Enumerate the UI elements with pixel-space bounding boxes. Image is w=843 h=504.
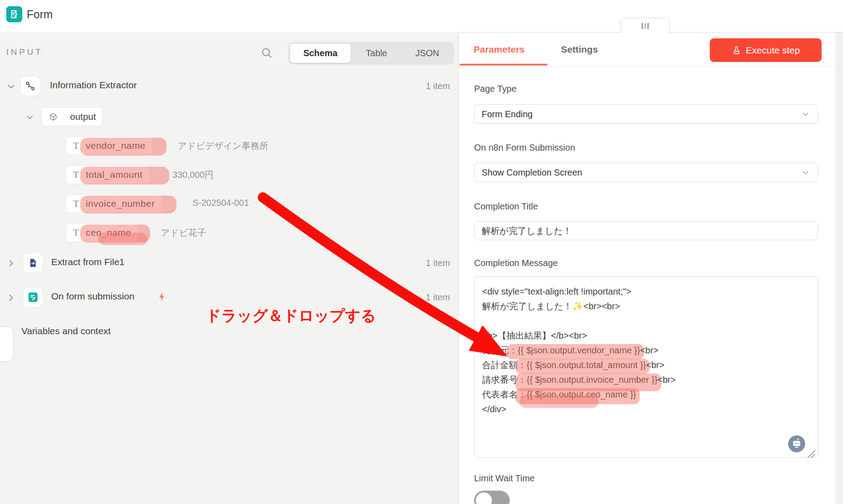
execute-step-label: Execute step <box>746 45 800 56</box>
chevron-down-icon <box>801 168 810 177</box>
trigger-bolt-icon <box>157 291 168 302</box>
expression-highlight: ：{{ $json.output.vendor_name }} <box>509 345 640 355</box>
field-name: invoice_number <box>85 198 156 209</box>
ask-ai-robot-button[interactable] <box>788 435 805 452</box>
search-icon[interactable] <box>260 46 274 60</box>
chevron-down-icon[interactable] <box>25 112 35 122</box>
resize-handle[interactable] <box>805 448 817 459</box>
page-type-label: Page Type <box>474 84 516 94</box>
tab-parameters[interactable]: Parameters <box>474 44 524 55</box>
field-pill-total-amount[interactable]: T total_amount <box>66 165 150 184</box>
field-name: vendor_name <box>85 140 146 151</box>
code-line: 請求番号：{{ $json.output.invoice_number }}<b… <box>482 373 811 387</box>
field-value: S-202504-001 <box>192 198 249 208</box>
tab-settings[interactable]: Settings <box>561 44 598 55</box>
section-variables-and-context[interactable]: Variables and context <box>21 326 110 336</box>
tab-json[interactable]: JSON <box>402 44 452 63</box>
flask-icon <box>732 45 741 55</box>
information-extractor-icon <box>20 76 40 96</box>
input-panel-label: INPUT <box>6 47 43 57</box>
extract-from-file-icon <box>23 253 43 273</box>
expression-highlight: ：{{ $json.output.invoice_number }} <box>518 375 658 385</box>
form-node-icon <box>6 6 22 22</box>
completion-title-input[interactable]: 解析が完了しました！ <box>474 221 818 240</box>
completion-message-label: Completion Message <box>474 258 558 268</box>
active-tab-underline <box>459 64 548 66</box>
field-value: アドビ花子 <box>161 227 206 239</box>
string-type-icon: T <box>73 140 79 152</box>
expression-highlight: ：{{ $json.output.total_amount }} <box>518 360 646 370</box>
field-value: アドビデザイン事務所 <box>178 140 268 152</box>
window-header: Form <box>0 0 843 32</box>
on-submission-select[interactable]: Show Completion Screen <box>474 163 818 182</box>
code-line: 解析が完了しました！✨<br><br> <box>482 299 811 314</box>
code-line: <div style="text-align:left !important;"… <box>482 284 811 299</box>
page-type-value: Form Ending <box>482 109 533 119</box>
robot-icon <box>791 438 802 450</box>
limit-wait-time-toggle[interactable] <box>474 491 510 504</box>
on-submission-label: On n8n Form Submission <box>474 143 575 153</box>
on-submission-value: Show Completion Screen <box>482 168 582 178</box>
collapsed-edge-chip[interactable] <box>0 327 13 361</box>
limit-wait-time-label: Limit Wait Time <box>474 473 535 484</box>
code-line: </div> <box>482 402 811 417</box>
code-line: 代表者名：{{ $json.output.ceo_name }} <box>482 387 811 402</box>
node-label-on-form-submission[interactable]: On form submission <box>51 291 135 302</box>
chevron-right-icon[interactable] <box>6 292 16 303</box>
field-name: ceo_name <box>85 227 132 238</box>
item-count: 1 item <box>401 81 450 91</box>
tabbar-divider <box>458 66 835 66</box>
chevron-right-icon[interactable] <box>6 258 16 269</box>
completion-message-textarea[interactable]: <div style="text-align:left !important;"… <box>474 276 818 458</box>
field-name: total_amount <box>85 169 143 180</box>
page-type-select[interactable]: Form Ending <box>474 104 818 124</box>
toggle-knob <box>476 492 492 504</box>
on-form-submission-icon <box>23 287 43 307</box>
parameters-panel: Parameters Settings Execute step Page Ty… <box>458 32 843 504</box>
code-line: <b>【抽出結果】</b><br> <box>482 328 811 343</box>
item-count: 1 item <box>401 258 450 268</box>
string-type-icon: T <box>73 198 79 209</box>
item-count: 1 item <box>401 292 450 303</box>
field-pill-vendor-name[interactable]: T vendor_name <box>66 136 153 155</box>
form-pencil-icon <box>9 9 20 20</box>
string-type-icon: T <box>73 227 79 238</box>
code-line <box>482 314 811 328</box>
tab-table[interactable]: Table <box>352 44 401 63</box>
field-value: 330,000円 <box>172 169 213 181</box>
node-label-extract-from-file[interactable]: Extract from File1 <box>51 257 125 267</box>
cube-icon <box>49 112 58 122</box>
expression-highlight: ：{{ $json.output.ceo_name }} <box>518 389 636 399</box>
completion-title-value: 解析が完了しました！ <box>482 225 572 237</box>
code-line: 発行元：{{ $json.output.vendor_name }}<br> <box>482 343 811 358</box>
input-panel: INPUT Schema Table JSON Information Extr… <box>0 32 458 504</box>
panel-scrollbar[interactable] <box>835 33 843 504</box>
string-type-icon: T <box>73 169 79 180</box>
panel-drag-handle[interactable] <box>621 18 670 33</box>
chevron-down-icon[interactable] <box>6 81 16 92</box>
node-label-information-extractor[interactable]: Information Extractor <box>50 80 137 90</box>
code-line: 合計金額：{{ $json.output.total_amount }}<br> <box>482 358 811 373</box>
output-pill[interactable]: output <box>41 107 102 126</box>
page-title: Form <box>27 8 53 21</box>
tab-schema[interactable]: Schema <box>290 44 351 63</box>
chevron-down-icon <box>801 109 810 119</box>
field-pill-invoice-number[interactable]: T invoice_number <box>66 194 163 213</box>
completion-title-label: Completion Title <box>474 201 538 212</box>
output-label: output <box>70 111 96 122</box>
field-pill-ceo-name[interactable]: T ceo_name <box>66 223 139 242</box>
execute-step-button[interactable]: Execute step <box>710 38 822 62</box>
view-mode-switcher: Schema Table JSON <box>288 42 454 65</box>
